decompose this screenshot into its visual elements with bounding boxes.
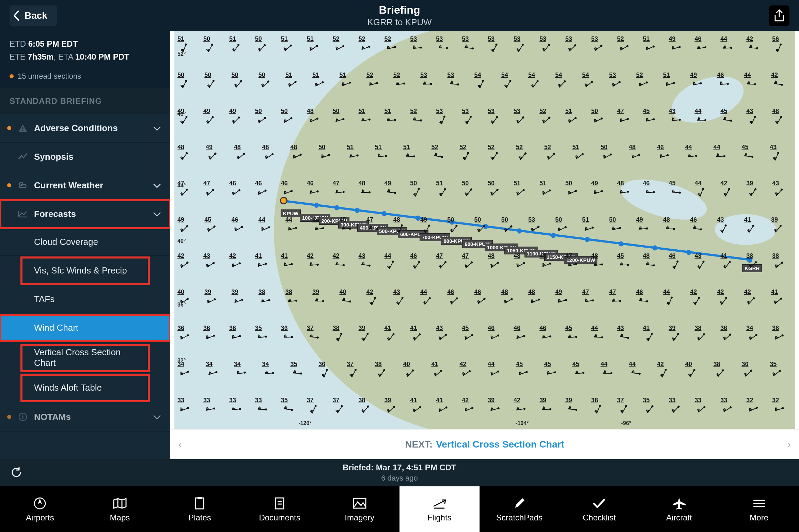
svg-line-772	[622, 406, 626, 413]
nav-adverse-conditions[interactable]: Adverse Conditions	[0, 114, 170, 143]
svg-point-704	[639, 373, 641, 375]
tab-documents[interactable]: Documents	[240, 486, 320, 532]
svg-line-190	[413, 120, 421, 120]
wind-barb: 39	[312, 288, 319, 296]
svg-line-531	[317, 298, 318, 301]
wind-barb: 46	[307, 180, 314, 187]
nav-forecasts[interactable]: Forecasts	[0, 200, 170, 229]
tab-scratchpads[interactable]: ScratchPads	[480, 486, 560, 532]
wind-barb: 35	[255, 325, 262, 332]
wind-barb: 42	[514, 397, 520, 404]
tab-more[interactable]: More	[719, 486, 799, 532]
wind-barb: 49	[177, 216, 184, 223]
wind-barb: 44	[694, 108, 701, 115]
wind-barb: 37	[307, 325, 314, 332]
svg-line-192	[415, 118, 416, 120]
wind-barb: 44	[744, 72, 751, 79]
tab-checklist[interactable]: Checklist	[559, 486, 639, 532]
main-content: KPUW 100-KPUW 200-KPUW 300-KPUW 400-KPUW…	[170, 31, 799, 459]
page-title: Briefing	[367, 4, 432, 16]
svg-line-393	[344, 226, 345, 229]
svg-point-722	[187, 407, 190, 410]
svg-line-736	[312, 406, 315, 414]
tab-airports[interactable]: Airports	[0, 486, 80, 532]
wind-barb: 46	[690, 216, 697, 223]
unread-sections[interactable]: 15 unread sections	[0, 67, 170, 88]
sub-vertical-cross-section[interactable]: Vertical Cross Section Chart	[21, 344, 149, 372]
svg-point-596	[291, 336, 293, 338]
sub-cloud-coverage[interactable]: Cloud Coverage	[0, 229, 170, 256]
svg-line-193	[442, 117, 444, 125]
nav-current-weather[interactable]: Current Weather	[0, 171, 170, 200]
svg-point-401	[428, 224, 430, 227]
tab-flights[interactable]: Flights	[400, 486, 480, 532]
wind-chart-map[interactable]: KPUW 100-KPUW 200-KPUW 300-KPUW 400-KPUW…	[170, 31, 799, 429]
svg-point-599	[316, 337, 319, 339]
wind-barb: 41	[643, 325, 650, 332]
wind-barb: 42	[717, 288, 724, 296]
svg-point-185	[368, 118, 371, 121]
wind-barb: 37	[307, 397, 314, 404]
wind-barb: 50	[474, 216, 481, 223]
svg-point-125	[457, 83, 459, 86]
svg-point-602	[340, 332, 343, 335]
tab-plates[interactable]: Plates	[160, 486, 240, 532]
wind-barb: 43	[669, 108, 676, 115]
svg-point-92	[779, 43, 782, 46]
nav-synopsis[interactable]: Synopsis	[0, 143, 170, 171]
svg-point-500	[676, 260, 679, 263]
svg-line-229	[752, 117, 755, 124]
wind-barb: 35	[290, 361, 297, 368]
svg-point-494	[627, 264, 629, 266]
svg-point-290	[695, 155, 697, 157]
svg-line-462	[338, 262, 338, 265]
svg-point-770	[598, 405, 601, 407]
svg-line-232	[777, 117, 781, 124]
wind-barb: 51	[643, 35, 650, 43]
wind-barb: 46	[669, 252, 676, 260]
back-button[interactable]: Back	[10, 5, 57, 26]
sub-tafs[interactable]: TAFs	[0, 286, 170, 313]
tab-imagery[interactable]: Imagery	[319, 486, 400, 532]
share-button[interactable]	[769, 5, 789, 26]
svg-line-735	[286, 407, 287, 409]
tab-aircraft[interactable]: Aircraft	[639, 486, 719, 532]
wind-barb: 33	[255, 397, 262, 404]
sub-wind-chart[interactable]: Wind Chart	[0, 314, 170, 342]
chevron-left-icon[interactable]: ‹	[178, 439, 182, 450]
unread-dot-icon	[7, 415, 11, 419]
wind-barb: 45	[516, 361, 523, 368]
svg-point-674	[354, 369, 357, 371]
sub-vis-sfc-winds[interactable]: Vis, Sfc Winds & Precip	[21, 257, 149, 284]
svg-line-688	[491, 372, 498, 375]
wind-barb: 46	[539, 325, 546, 332]
wind-barb: 33	[177, 397, 184, 404]
chevron-right-icon[interactable]: ›	[787, 439, 791, 450]
wind-barb: 44	[685, 144, 692, 151]
svg-line-327	[389, 190, 390, 192]
aircraft-icon	[672, 496, 686, 511]
nav-notams[interactable]: NOTAMs	[0, 403, 170, 432]
wind-barb: 52	[636, 72, 643, 79]
refresh-button[interactable]	[8, 465, 25, 481]
wind-barb: 45	[544, 361, 551, 368]
svg-point-323	[368, 191, 370, 193]
wind-barb: 53	[488, 108, 495, 115]
wind-barb: 43	[694, 252, 701, 260]
svg-line-463	[361, 264, 370, 266]
wind-barb: 38	[375, 361, 382, 368]
svg-line-156	[722, 81, 723, 84]
tab-maps[interactable]: Maps	[80, 486, 160, 532]
wind-barb: 48	[772, 108, 779, 115]
wind-barb: 50	[333, 108, 340, 115]
wind-barb: 46	[643, 180, 650, 187]
svg-point-26	[211, 43, 214, 46]
sub-winds-aloft-table[interactable]: Winds Aloft Table	[21, 374, 149, 402]
svg-line-294	[718, 154, 719, 156]
next-section-bar[interactable]: ‹ NEXT: Vertical Cross Section Chart ›	[170, 429, 799, 459]
wind-barb: 48	[359, 180, 365, 187]
svg-line-127	[480, 81, 483, 88]
wind-barb: 51	[582, 216, 589, 223]
wind-barb: 42	[307, 252, 314, 260]
wind-barb: 50	[488, 180, 495, 187]
